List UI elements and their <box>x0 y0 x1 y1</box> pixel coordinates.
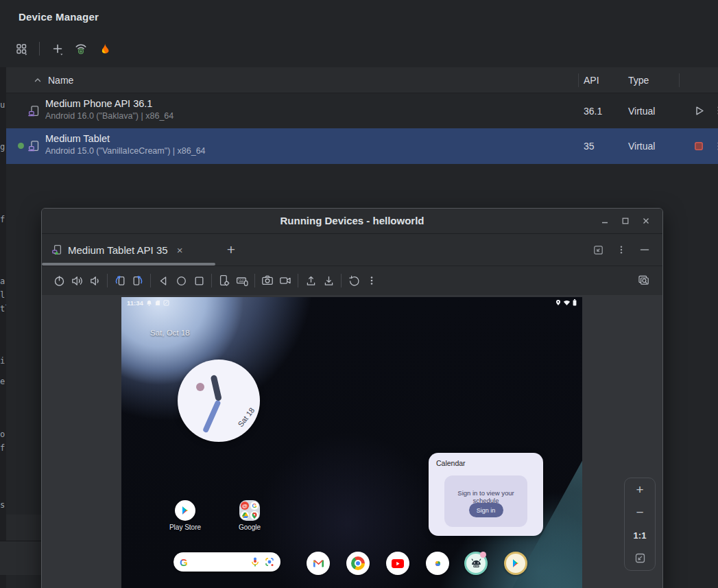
column-header-type[interactable]: Type <box>628 67 649 93</box>
background-editor-strip: u g f a l tl i e: o f s <box>0 67 6 588</box>
status-time: 11:34 <box>127 299 143 307</box>
clipped-text: tl <box>0 304 6 314</box>
dock-youtube-icon[interactable] <box>386 552 409 575</box>
device-tab-bar: Medium Tablet API 35 × + <box>42 234 662 266</box>
google-folder-icon[interactable]: @ G <box>239 500 260 521</box>
firebase-streaming-button[interactable] <box>95 40 113 58</box>
tab-close-icon[interactable]: × <box>177 244 183 256</box>
snapshots-button[interactable] <box>345 272 363 290</box>
tab-scrollbar[interactable] <box>42 263 215 266</box>
power-button[interactable] <box>50 272 68 290</box>
clock-widget[interactable]: Sat 18 <box>178 360 260 442</box>
screen-zoom-controls: + − 1:1 <box>624 478 656 571</box>
android-status-bar: 11:34 <box>121 297 582 308</box>
download-file-button[interactable] <box>320 272 337 290</box>
dock-photos-icon[interactable] <box>426 552 449 575</box>
column-divider <box>578 73 579 87</box>
home-button[interactable] <box>172 272 190 290</box>
virtual-device-icon <box>28 105 40 117</box>
column-header-api[interactable]: API <box>584 67 599 93</box>
dock-gmail-icon[interactable] <box>307 552 330 575</box>
column-header-name[interactable]: Name <box>34 67 73 93</box>
clock-date: Sat 18 <box>237 406 256 428</box>
toolbar-separator <box>211 274 212 287</box>
device-actions-menu[interactable] <box>710 137 718 155</box>
firebase-flame-icon <box>98 43 111 56</box>
running-devices-window: Running Devices - helloworld <box>41 208 663 588</box>
hardware-input-button[interactable] <box>233 272 251 290</box>
more-actions-button[interactable] <box>363 272 381 290</box>
grid-view-icon <box>15 43 28 56</box>
back-button[interactable] <box>154 272 172 290</box>
pair-wifi-button[interactable] <box>72 40 90 58</box>
tab-options-menu[interactable] <box>614 243 628 257</box>
stop-device-button[interactable] <box>690 137 708 155</box>
volume-up-button[interactable] <box>68 272 86 290</box>
add-device-button[interactable] <box>49 40 67 58</box>
calendar-widget[interactable]: Calendar Sign in to view your schedule S… <box>429 453 543 536</box>
device-actions-menu[interactable] <box>710 102 718 119</box>
device-settings-button[interactable] <box>215 272 233 290</box>
emulator-display-area: 11:34 Sat, Oct 18 Sat 18 <box>42 295 662 588</box>
clipped-text: f <box>0 215 5 224</box>
screenshot-button[interactable] <box>259 272 276 290</box>
zoom-mode-button[interactable] <box>635 272 653 290</box>
device-details: Android 16.0 ("Baklava") | x86_64 <box>45 111 173 121</box>
android-studio-workspace: Device Manager <box>0 0 718 588</box>
toolbar-separator <box>254 274 255 287</box>
clipped-text: g <box>0 142 5 152</box>
device-manager-toolbar <box>12 36 113 62</box>
close-button[interactable] <box>639 214 653 228</box>
home-date: Sat, Oct 18 <box>150 329 190 337</box>
maximize-icon <box>621 217 630 225</box>
device-row[interactable]: Medium Phone API 36.1 Android 16.0 ("Bak… <box>6 93 718 128</box>
running-status-dot <box>18 143 24 149</box>
battery-icon <box>573 299 577 306</box>
stop-icon <box>693 140 705 152</box>
upload-file-button[interactable] <box>302 272 320 290</box>
tab-medium-tablet[interactable]: Medium Tablet API 35 × <box>51 234 182 266</box>
screen-record-button[interactable] <box>276 272 294 290</box>
minimize-icon <box>601 217 609 225</box>
window-titlebar[interactable]: Running Devices - helloworld <box>42 209 662 234</box>
hide-panel-button[interactable] <box>638 243 651 257</box>
new-tab-button[interactable]: + <box>222 240 241 259</box>
toolbar-separator <box>150 274 151 287</box>
location-icon <box>555 299 561 306</box>
volume-down-button[interactable] <box>86 272 104 290</box>
panel-title: Device Manager <box>19 0 99 34</box>
overview-button[interactable] <box>190 272 208 290</box>
rotate-left-button[interactable] <box>111 272 129 290</box>
android-screen[interactable]: 11:34 Sat, Oct 18 Sat 18 <box>121 297 582 588</box>
minimize-button[interactable] <box>598 214 612 228</box>
device-details: Android 15.0 ("VanillaIceCream") | x86_6… <box>45 146 206 156</box>
zoom-out-button[interactable]: − <box>636 507 643 518</box>
column-divider <box>679 73 680 87</box>
calendar-sign-in-button[interactable]: Sign in <box>469 503 503 517</box>
clipped-text: o <box>0 430 5 439</box>
view-options-button[interactable] <box>12 40 30 58</box>
dock-helloworld-app-icon[interactable] <box>464 552 488 575</box>
usb-debug-icon <box>163 300 169 306</box>
google-lens-icon[interactable] <box>265 557 274 567</box>
dock-play-store-icon[interactable] <box>504 552 527 575</box>
fit-to-window-button[interactable] <box>634 552 646 564</box>
clipped-text: u <box>0 100 5 110</box>
maximize-button[interactable] <box>619 214 632 228</box>
device-row[interactable]: Medium Tablet Android 15.0 ("VanillaIceC… <box>6 128 718 164</box>
voice-search-icon[interactable] <box>251 557 259 567</box>
zoom-in-button[interactable]: + <box>636 484 643 495</box>
plus-icon <box>51 43 64 56</box>
play-store-app-icon[interactable] <box>175 500 195 521</box>
rotate-right-button[interactable] <box>129 272 147 290</box>
float-window-button[interactable] <box>591 243 605 257</box>
clipped-text: s <box>0 500 5 510</box>
tab-label: Medium Tablet API 35 <box>68 244 168 256</box>
dock-chrome-icon[interactable] <box>346 552 370 575</box>
google-search-bar[interactable]: G <box>173 552 280 572</box>
emulator-toolbar <box>42 266 662 295</box>
kebab-menu-icon <box>617 245 626 255</box>
actual-size-button[interactable]: 1:1 <box>634 530 647 541</box>
toolbar-separator <box>107 274 108 287</box>
launch-device-button[interactable] <box>690 102 708 119</box>
